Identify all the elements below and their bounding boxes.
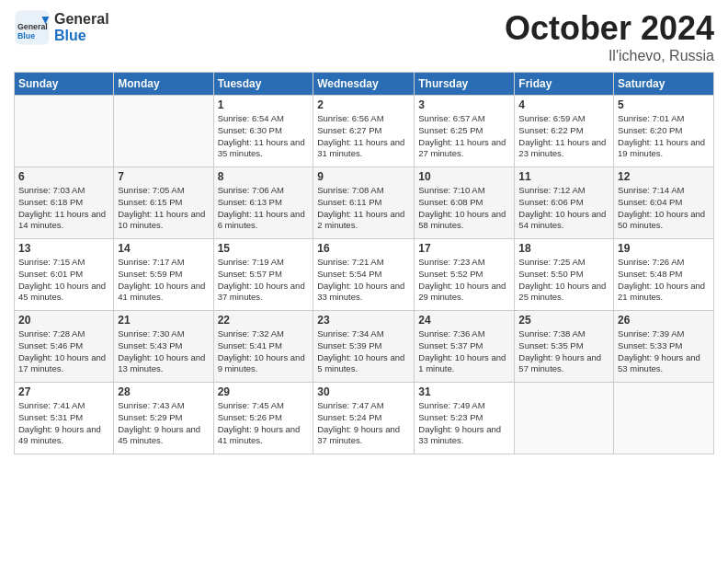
day-info: Sunrise: 7:45 AM Sunset: 5:26 PM Dayligh… [218,400,310,447]
day-info: Sunrise: 7:15 AM Sunset: 6:01 PM Dayligh… [18,257,109,304]
day-info: Sunrise: 7:47 AM Sunset: 5:24 PM Dayligh… [317,400,410,447]
day-info: Sunrise: 6:54 AM Sunset: 6:30 PM Dayligh… [218,113,310,160]
cell-w5-d4: 30Sunrise: 7:47 AM Sunset: 5:24 PM Dayli… [313,383,415,454]
day-number: 4 [518,98,609,111]
cell-w1-d5: 3Sunrise: 6:57 AM Sunset: 6:25 PM Daylig… [415,96,515,167]
day-info: Sunrise: 6:59 AM Sunset: 6:22 PM Dayligh… [518,113,609,160]
day-number: 22 [218,314,310,327]
day-info: Sunrise: 7:28 AM Sunset: 5:46 PM Dayligh… [18,328,109,375]
cell-w4-d5: 24Sunrise: 7:36 AM Sunset: 5:37 PM Dayli… [415,311,515,383]
day-number: 8 [218,170,310,183]
day-number: 12 [618,170,710,183]
cell-w3-d2: 14Sunrise: 7:17 AM Sunset: 5:59 PM Dayli… [114,239,213,311]
day-number: 9 [317,170,410,183]
day-number: 26 [618,314,710,327]
cell-w1-d4: 2Sunrise: 6:56 AM Sunset: 6:27 PM Daylig… [313,96,415,167]
cell-w5-d3: 29Sunrise: 7:45 AM Sunset: 5:26 PM Dayli… [213,383,313,454]
day-info: Sunrise: 7:03 AM Sunset: 6:18 PM Dayligh… [18,185,109,232]
day-number: 24 [418,314,510,327]
col-tuesday: Tuesday [213,73,313,96]
cell-w5-d5: 31Sunrise: 7:49 AM Sunset: 5:23 PM Dayli… [415,383,515,454]
day-info: Sunrise: 7:43 AM Sunset: 5:29 PM Dayligh… [118,400,209,447]
day-number: 1 [218,98,310,111]
day-info: Sunrise: 7:25 AM Sunset: 5:50 PM Dayligh… [518,257,609,304]
day-info: Sunrise: 7:10 AM Sunset: 6:08 PM Dayligh… [418,185,510,232]
cell-w2-d4: 9Sunrise: 7:08 AM Sunset: 6:11 PM Daylig… [313,167,415,239]
logo-blue-text: Blue [54,28,109,44]
day-info: Sunrise: 7:19 AM Sunset: 5:57 PM Dayligh… [218,257,310,304]
cell-w3-d5: 17Sunrise: 7:23 AM Sunset: 5:52 PM Dayli… [415,239,515,311]
day-number: 13 [18,242,109,255]
day-number: 7 [118,170,209,183]
day-number: 20 [18,314,109,327]
day-number: 14 [118,242,209,255]
day-info: Sunrise: 6:57 AM Sunset: 6:25 PM Dayligh… [418,113,510,160]
day-number: 18 [518,242,609,255]
cell-w3-d1: 13Sunrise: 7:15 AM Sunset: 6:01 PM Dayli… [15,239,114,311]
day-number: 21 [118,314,209,327]
day-info: Sunrise: 7:32 AM Sunset: 5:41 PM Dayligh… [218,328,310,375]
day-number: 6 [18,170,109,183]
title-location: Il'ichevo, Russia [505,48,714,64]
cell-w2-d1: 6Sunrise: 7:03 AM Sunset: 6:18 PM Daylig… [15,167,114,239]
day-number: 31 [418,385,510,398]
calendar-table: Sunday Monday Tuesday Wednesday Thursday… [14,72,714,454]
day-info: Sunrise: 7:21 AM Sunset: 5:54 PM Dayligh… [317,257,410,304]
day-info: Sunrise: 7:14 AM Sunset: 6:04 PM Dayligh… [618,185,710,232]
day-info: Sunrise: 7:26 AM Sunset: 5:48 PM Dayligh… [618,257,710,304]
svg-text:Blue: Blue [17,31,35,40]
cell-w5-d7 [614,383,714,454]
day-info: Sunrise: 7:23 AM Sunset: 5:52 PM Dayligh… [418,257,510,304]
svg-text:General: General [17,22,48,31]
day-info: Sunrise: 7:36 AM Sunset: 5:37 PM Dayligh… [418,328,510,375]
title-block: October 2024 Il'ichevo, Russia [505,9,714,64]
day-info: Sunrise: 7:49 AM Sunset: 5:23 PM Dayligh… [418,400,510,447]
page: General Blue General Blue October 2024 I… [0,0,728,464]
col-friday: Friday [515,73,614,96]
cell-w4-d1: 20Sunrise: 7:28 AM Sunset: 5:46 PM Dayli… [15,311,114,383]
day-number: 19 [618,242,710,255]
col-sunday: Sunday [15,73,114,96]
cell-w2-d2: 7Sunrise: 7:05 AM Sunset: 6:15 PM Daylig… [114,167,213,239]
day-info: Sunrise: 7:08 AM Sunset: 6:11 PM Dayligh… [317,185,410,232]
day-number: 17 [418,242,510,255]
day-number: 3 [418,98,510,111]
week-row-5: 27Sunrise: 7:41 AM Sunset: 5:31 PM Dayli… [15,383,714,454]
day-number: 2 [317,98,410,111]
calendar-header-row: Sunday Monday Tuesday Wednesday Thursday… [15,73,714,96]
day-number: 10 [418,170,510,183]
day-info: Sunrise: 7:06 AM Sunset: 6:13 PM Dayligh… [218,185,310,232]
week-row-1: 1Sunrise: 6:54 AM Sunset: 6:30 PM Daylig… [15,96,714,167]
title-month: October 2024 [505,9,714,48]
day-info: Sunrise: 6:56 AM Sunset: 6:27 PM Dayligh… [317,113,410,160]
logo-general-text: General [54,11,109,28]
day-number: 11 [518,170,609,183]
day-info: Sunrise: 7:17 AM Sunset: 5:59 PM Dayligh… [118,257,209,304]
cell-w1-d2 [114,96,213,167]
cell-w1-d1 [15,96,114,167]
day-info: Sunrise: 7:38 AM Sunset: 5:35 PM Dayligh… [518,328,609,375]
cell-w3-d7: 19Sunrise: 7:26 AM Sunset: 5:48 PM Dayli… [614,239,714,311]
cell-w1-d7: 5Sunrise: 7:01 AM Sunset: 6:20 PM Daylig… [614,96,714,167]
cell-w4-d7: 26Sunrise: 7:39 AM Sunset: 5:33 PM Dayli… [614,311,714,383]
col-saturday: Saturday [614,73,714,96]
logo: General Blue General Blue [14,9,109,46]
day-number: 23 [317,314,410,327]
day-number: 28 [118,385,209,398]
day-number: 29 [218,385,310,398]
day-info: Sunrise: 7:39 AM Sunset: 5:33 PM Dayligh… [618,328,710,375]
day-number: 16 [317,242,410,255]
cell-w4-d2: 21Sunrise: 7:30 AM Sunset: 5:43 PM Dayli… [114,311,213,383]
day-number: 30 [317,385,410,398]
col-wednesday: Wednesday [313,73,415,96]
cell-w4-d6: 25Sunrise: 7:38 AM Sunset: 5:35 PM Dayli… [515,311,614,383]
cell-w3-d4: 16Sunrise: 7:21 AM Sunset: 5:54 PM Dayli… [313,239,415,311]
header: General Blue General Blue October 2024 I… [14,9,714,64]
cell-w2-d5: 10Sunrise: 7:10 AM Sunset: 6:08 PM Dayli… [415,167,515,239]
cell-w5-d2: 28Sunrise: 7:43 AM Sunset: 5:29 PM Dayli… [114,383,213,454]
cell-w4-d3: 22Sunrise: 7:32 AM Sunset: 5:41 PM Dayli… [213,311,313,383]
cell-w3-d6: 18Sunrise: 7:25 AM Sunset: 5:50 PM Dayli… [515,239,614,311]
cell-w5-d1: 27Sunrise: 7:41 AM Sunset: 5:31 PM Dayli… [15,383,114,454]
cell-w2-d6: 11Sunrise: 7:12 AM Sunset: 6:06 PM Dayli… [515,167,614,239]
cell-w1-d6: 4Sunrise: 6:59 AM Sunset: 6:22 PM Daylig… [515,96,614,167]
